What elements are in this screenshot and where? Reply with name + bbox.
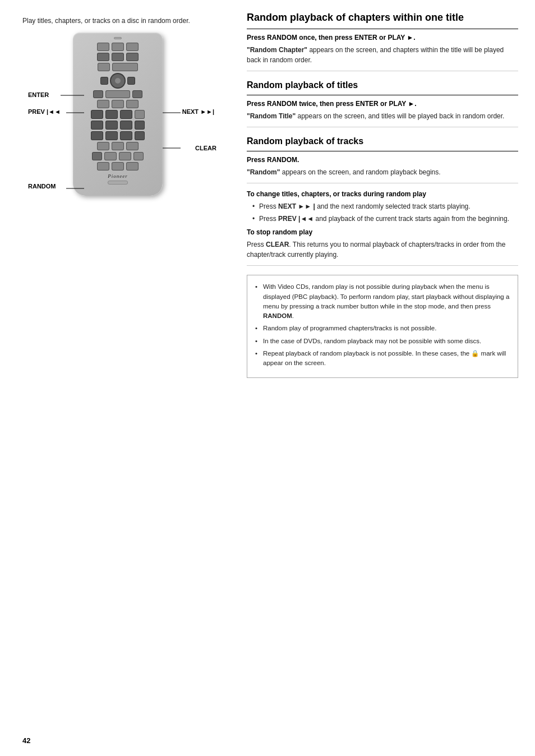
random-bold-note: RANDOM (263, 312, 292, 319)
remote-btn (135, 121, 145, 130)
remote-btn (97, 100, 109, 108)
note-list: With Video CDs, random play is not possi… (255, 282, 510, 368)
remote-row-5 (77, 90, 158, 98)
section2-body-text: appears on the screen, and titles will b… (298, 112, 505, 120)
remote-btn (91, 110, 103, 119)
section3-body: "Random" appears on the screen, and rand… (247, 167, 518, 177)
subsection1-list: Press NEXT ►► | and the next randomly se… (247, 201, 518, 224)
remote-btn (97, 43, 109, 51)
section1-subtitle: Press RANDOM once, then press ENTER or P… (247, 34, 518, 42)
remote-btn (112, 100, 124, 108)
remote-row-2 (77, 53, 158, 61)
left-column: Play titles, chapters, or tracks on a di… (0, 0, 236, 756)
remote-btn (93, 90, 103, 98)
remote-body: Pioneer (73, 33, 163, 196)
note-box: With Video CDs, random play is not possi… (247, 275, 518, 378)
note-item-4: Repeat playback of random playback is no… (255, 349, 510, 368)
section2-title: Random playback of titles (247, 80, 518, 90)
section2-divider (247, 95, 518, 95)
subsection2-body: Press CLEAR. This returns you to normal … (247, 239, 518, 260)
right-column: Random playback of chapters within one t… (236, 0, 535, 756)
section2-body: "Random Title" appears on the screen, an… (247, 111, 518, 121)
remote-btn (126, 53, 139, 61)
section3-subtitle: Press RANDOM. (247, 156, 518, 164)
remote-btn (120, 121, 132, 130)
section3-body-text: appears on the screen, and random playba… (282, 168, 441, 176)
note-item-2: Random play of programmed chapters/track… (255, 324, 510, 333)
prev-bold: PREV |◄◄ (278, 215, 313, 223)
remote-btn (112, 53, 124, 61)
remote-row-8 (77, 121, 158, 130)
enter-label: ENTER (28, 91, 49, 98)
remote-btn (105, 121, 118, 130)
next-label: NEXT ►►| (182, 108, 214, 115)
subsection2-title: To stop random play (247, 228, 518, 236)
section1-quote: "Random Chapter" (247, 46, 307, 54)
remote-clear-btn (135, 110, 145, 119)
remote-btn (97, 142, 109, 150)
random-label: RANDOM (28, 183, 56, 190)
remote-btn (135, 131, 145, 140)
remote-row-6 (77, 100, 158, 108)
remote-brand: Pioneer (77, 173, 158, 179)
remote-illustration: ENTER PREV |◄◄ NEXT ►►| RANDOM CLEAR (28, 33, 219, 246)
remote-btn (120, 131, 132, 140)
page-number: 42 (22, 736, 30, 745)
intro-text: Play titles, chapters, or tracks on a di… (22, 17, 224, 25)
section1-title: Random playback of chapters within one t… (247, 11, 518, 24)
section2-subtitle: Press RANDOM twice, then press ENTER or … (247, 100, 518, 108)
remote-btn (132, 90, 142, 98)
subsection1-item-1: Press NEXT ►► | and the next randomly se… (252, 201, 518, 211)
remote-enter-btn (110, 73, 126, 89)
section2-quote: "Random Title" (247, 112, 296, 120)
remote-btn (112, 43, 124, 51)
section1-body: "Random Chapter" appears on the screen, … (247, 45, 518, 65)
remote-btn (119, 152, 131, 160)
remote-random-btn (92, 152, 102, 160)
remote-btn (133, 152, 144, 160)
remote-btn (97, 53, 109, 61)
subsection1-title: To change titles, chapters, or tracks du… (247, 190, 518, 198)
remote-row-1 (77, 43, 158, 51)
section3-quote: "Random" (247, 168, 280, 176)
remote-btn (91, 131, 103, 140)
remote-btn (120, 110, 132, 119)
subsection1-item-2: Press PREV |◄◄ and playback of the curre… (252, 214, 518, 224)
remote-btn (105, 90, 130, 98)
remote-btn (112, 142, 124, 150)
remote-btn (126, 162, 139, 170)
remote-bottom (108, 181, 128, 185)
clear-bold: CLEAR (266, 241, 289, 248)
remote-btn (112, 63, 138, 71)
remote-btn (91, 121, 103, 130)
remote-btn (100, 77, 108, 85)
remote-row-11 (77, 152, 158, 160)
remote-row-12 (77, 162, 158, 170)
section3-divider (247, 151, 518, 151)
remote-btn (112, 162, 124, 170)
remote-row-9 (77, 131, 158, 140)
remote-btn (126, 142, 139, 150)
remote-row-7 (77, 110, 158, 119)
note-item-1: With Video CDs, random play is not possi… (255, 282, 510, 321)
remote-row-10 (77, 142, 158, 150)
remote-btn (105, 110, 118, 119)
section1-end-divider (247, 71, 518, 71)
remote-btn (97, 162, 109, 170)
remote-row-4 (77, 73, 158, 89)
remote-enter-inner (115, 78, 121, 84)
section2-end-divider (247, 127, 518, 127)
subsection2-end-divider (247, 265, 518, 266)
section1-divider (247, 29, 518, 29)
section3-title: Random playback of tracks (247, 136, 518, 146)
prev-label: PREV |◄◄ (28, 108, 61, 115)
note-item-3: In the case of DVDs, random playback may… (255, 336, 510, 346)
next-bold: NEXT ►► | (278, 202, 315, 210)
clear-label: CLEAR (195, 145, 216, 151)
remote-btn (127, 77, 135, 85)
section3-end-divider (247, 183, 518, 183)
remote-btn (126, 100, 139, 108)
page-wrapper: Play titles, chapters, or tracks on a di… (0, 0, 535, 756)
remote-btn (98, 63, 110, 71)
remote-row-3 (77, 63, 158, 71)
